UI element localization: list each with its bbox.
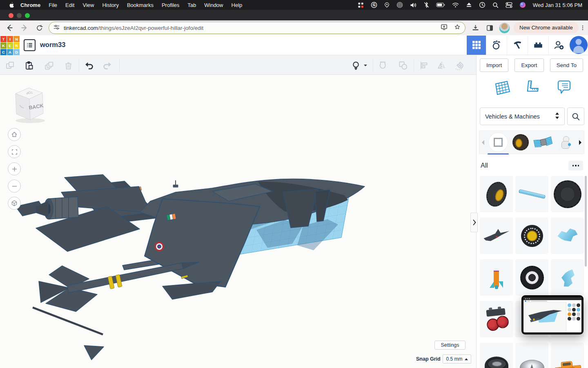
url-bar[interactable]: tinkercad.com/things/esJzeAI2qvr-powerfu… [49, 22, 466, 34]
part-axle[interactable] [515, 176, 548, 212]
send-to-button[interactable]: Send To [550, 58, 583, 72]
forward-button[interactable] [19, 22, 30, 33]
minecraft-pickaxe-icon[interactable] [507, 36, 528, 55]
part-drum-wheel[interactable] [480, 343, 513, 368]
export-button[interactable]: Export [514, 58, 543, 72]
carousel-next-icon[interactable] [577, 140, 584, 145]
browser-profile-avatar[interactable] [499, 22, 510, 34]
browser-menu-icon[interactable] [577, 22, 588, 33]
design-menu-icon[interactable] [24, 39, 36, 51]
workplane-tool-icon[interactable] [492, 79, 511, 99]
side-panel-icon[interactable] [484, 22, 495, 33]
notes-tool-icon[interactable] [555, 79, 572, 99]
volume-icon[interactable] [410, 2, 417, 8]
control-center-icon[interactable] [506, 2, 512, 8]
magnet-snap-icon[interactable] [454, 60, 464, 71]
part-big-tire[interactable] [551, 176, 584, 212]
time-machine-icon[interactable] [479, 2, 486, 8]
eject-icon[interactable] [466, 2, 472, 8]
group-icon[interactable] [379, 60, 389, 71]
fit-view-button[interactable] [8, 145, 21, 158]
menubar-app-name[interactable]: Chrome [16, 2, 45, 8]
close-window-button[interactable] [9, 13, 13, 18]
part-race-wheel[interactable] [515, 218, 548, 254]
jet-model[interactable] [16, 175, 365, 360]
delete-icon[interactable] [63, 60, 74, 71]
part-caster-wheel[interactable] [480, 301, 513, 337]
redo-icon[interactable] [102, 60, 113, 71]
part-mech-part-2[interactable] [551, 259, 584, 296]
location-icon[interactable] [384, 2, 390, 8]
bookmark-star-icon[interactable] [454, 23, 461, 32]
menu-tab[interactable]: Tab [183, 2, 200, 8]
category-astronaut[interactable] [556, 133, 575, 152]
back-button[interactable] [4, 22, 15, 33]
blocks-view-button[interactable] [467, 36, 486, 55]
undo-icon[interactable] [84, 60, 94, 71]
ruler-tool-icon[interactable] [525, 79, 542, 99]
duplicate-icon[interactable] [44, 60, 54, 71]
part-rocket[interactable] [480, 259, 513, 296]
lightbulb-icon[interactable] [350, 60, 361, 71]
tinkercad-logo[interactable]: TIN KER CAD [0, 36, 20, 55]
align-icon[interactable] [419, 60, 429, 71]
part-mech-part[interactable] [551, 218, 584, 254]
invite-collaborator-icon[interactable] [548, 36, 569, 55]
menu-file[interactable]: File [45, 2, 61, 8]
carousel-prev-icon[interactable] [479, 140, 487, 145]
perspective-toggle-button[interactable] [8, 197, 21, 210]
sidebar-scrollbar[interactable] [585, 176, 587, 267]
menu-history[interactable]: History [98, 2, 122, 8]
menu-view[interactable]: View [78, 2, 98, 8]
part-knobby-tire[interactable] [480, 176, 513, 212]
paste-icon[interactable] [24, 60, 34, 71]
3d-viewport[interactable] [0, 75, 476, 368]
spotlight-icon[interactable] [492, 2, 499, 8]
bluetooth-off-icon[interactable] [424, 2, 429, 8]
install-app-icon[interactable] [440, 23, 448, 33]
downloads-icon[interactable] [470, 22, 481, 33]
zoom-window-button[interactable] [25, 13, 30, 18]
design-title[interactable]: worm33 [40, 41, 65, 49]
part-hubcap[interactable] [515, 343, 548, 368]
app-grid-icon[interactable] [358, 2, 364, 8]
category-satellite[interactable] [534, 133, 552, 152]
wifi-icon[interactable] [452, 2, 459, 8]
battery-icon[interactable] [436, 2, 445, 7]
part-jet[interactable] [480, 218, 513, 254]
url-text[interactable]: tinkercad.com/things/esJzeAI2qvr-powerfu… [64, 25, 440, 31]
category-all[interactable] [489, 133, 508, 152]
lightbulb-dropdown-icon[interactable] [363, 60, 368, 71]
sim-lab-icon[interactable] [486, 36, 507, 55]
mirror-icon[interactable] [437, 60, 447, 71]
network-scan-icon[interactable] [396, 2, 403, 8]
menu-profiles[interactable]: Profiles [158, 2, 183, 8]
siri-icon[interactable] [519, 2, 526, 8]
menubar-clock[interactable]: Wed Jan 31 5:06 PM [533, 2, 582, 8]
apple-menu-icon[interactable] [6, 2, 16, 9]
copy-icon[interactable] [5, 60, 16, 71]
import-button[interactable]: Import [480, 58, 508, 72]
minimize-window-button[interactable] [17, 13, 22, 18]
reload-button[interactable] [34, 22, 45, 33]
home-view-button[interactable] [8, 128, 21, 141]
panel-collapse-handle[interactable] [470, 213, 478, 232]
site-settings-icon[interactable] [53, 24, 60, 32]
shape-category-dropdown[interactable]: Vehicles & Machines [480, 108, 565, 125]
search-shapes-button[interactable] [567, 108, 584, 125]
menu-window[interactable]: Window [200, 2, 227, 8]
menu-edit[interactable]: Edit [61, 2, 78, 8]
zoom-in-button[interactable] [8, 162, 21, 175]
view-cube[interactable]: TOP BACK [7, 84, 52, 125]
zoom-out-button[interactable] [8, 180, 21, 193]
settings-button[interactable]: Settings [434, 341, 466, 350]
part-whitewall-tire[interactable] [515, 259, 548, 296]
g-circle-icon[interactable]: G [371, 2, 377, 8]
part-pickup-truck[interactable] [551, 343, 584, 368]
ungroup-icon[interactable] [398, 60, 408, 71]
menu-bookmarks[interactable]: Bookmarks [123, 2, 158, 8]
account-avatar[interactable] [570, 36, 588, 54]
screenshot-preview[interactable] [521, 295, 584, 334]
category-knobby-tire[interactable] [511, 133, 530, 152]
menu-help[interactable]: Help [227, 2, 247, 8]
